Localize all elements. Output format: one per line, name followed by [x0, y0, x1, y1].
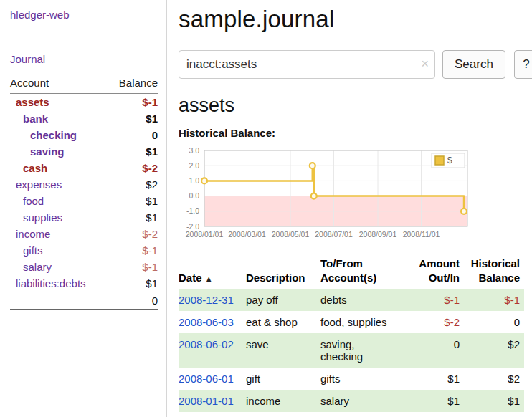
svg-text:-2.0: -2.0 — [186, 222, 199, 231]
register-description-cell: eat & shop — [246, 311, 320, 333]
register-description-cell: income — [246, 390, 320, 412]
account-row: salary$-1 — [10, 259, 158, 275]
register-balance-cell: $2 — [464, 333, 524, 368]
account-name-cell: bank — [10, 110, 108, 127]
register-header-balance: Historical Balance — [464, 257, 524, 289]
chart-title: Historical Balance: — [179, 127, 532, 139]
svg-text:0.0: 0.0 — [189, 191, 199, 200]
account-balance: $2 — [108, 176, 158, 193]
account-link[interactable]: cash — [23, 162, 47, 174]
account-balance: $1 — [108, 193, 158, 209]
register-header-accounts: To/From Account(s) — [320, 257, 405, 289]
account-link[interactable]: bank — [23, 112, 48, 125]
register-header-date[interactable]: Date ▲ — [179, 257, 246, 289]
account-balance: $1 — [108, 209, 158, 226]
chart-legend: $ — [432, 153, 465, 168]
register-date-cell: 2008-06-02 — [179, 333, 246, 368]
accounts-total-spacer — [10, 292, 108, 310]
account-balance: 0 — [108, 127, 158, 143]
accounts-header-balance: Balance — [108, 75, 158, 94]
search-input[interactable] — [179, 50, 435, 79]
app: hledger-web Journal Account Balance asse… — [0, 0, 532, 417]
account-link[interactable]: supplies — [23, 211, 62, 224]
help-button[interactable]: ? — [514, 50, 532, 79]
app-brand-link[interactable]: hledger-web — [10, 9, 70, 21]
search-field-wrap: × — [179, 50, 435, 79]
svg-text:2008/07/01: 2008/07/01 — [315, 230, 353, 239]
register-row: 2008-01-01incomesalary$1$1 — [179, 390, 524, 412]
account-balance: $-1 — [108, 94, 158, 111]
register-description-cell: gift — [246, 368, 320, 390]
account-name-cell: assets — [10, 94, 108, 111]
svg-text:2008/03/01: 2008/03/01 — [228, 230, 266, 239]
register-body: 2008-12-31pay offdebts$-1$-12008-06-03ea… — [179, 289, 524, 412]
register-amount-cell: $-1 — [405, 289, 464, 311]
register-header-date-label: Date — [179, 272, 202, 284]
account-row: cash$-2 — [10, 160, 158, 176]
clear-search-icon[interactable]: × — [421, 57, 429, 71]
main-content: sample.journal × Search ? assets Histori… — [167, 0, 532, 417]
account-name-cell: salary — [10, 259, 108, 275]
account-link[interactable]: expenses — [16, 178, 62, 191]
account-title: assets — [179, 95, 532, 117]
accounts-header-account: Account — [10, 75, 108, 94]
account-balance: $1 — [108, 110, 158, 127]
account-row: checking0 — [10, 127, 158, 143]
register-date-cell: 2008-12-31 — [179, 289, 246, 311]
transaction-date-link[interactable]: 2008-06-02 — [179, 338, 234, 350]
transaction-date-link[interactable]: 2008-01-01 — [179, 395, 234, 407]
account-balance: $1 — [108, 275, 158, 292]
account-name-cell: checking — [10, 127, 108, 143]
svg-text:3.0: 3.0 — [189, 146, 199, 155]
register-accounts-cell: debts — [320, 289, 405, 311]
account-balance: $-1 — [108, 242, 158, 259]
svg-text:1.0: 1.0 — [189, 176, 199, 185]
register-amount-cell: $1 — [405, 390, 464, 412]
accounts-total-balance: 0 — [108, 292, 158, 310]
register-balance-cell: 0 — [464, 311, 524, 333]
account-name-cell: liabilities:debts — [10, 275, 108, 292]
register-balance-cell: $-1 — [464, 289, 524, 311]
register-table: Date ▲ Description To/From Account(s) Am… — [179, 257, 524, 412]
account-balance: $-2 — [108, 160, 158, 176]
account-row: bank$1 — [10, 110, 158, 127]
account-link[interactable]: assets — [16, 96, 49, 108]
search-bar: × Search ? — [179, 50, 532, 79]
register-description-cell: save — [246, 333, 320, 368]
accounts-table: Account Balance assets$-1bank$1checking0… — [10, 75, 158, 310]
account-name-cell: food — [10, 193, 108, 209]
transaction-date-link[interactable]: 2008-06-03 — [179, 316, 234, 328]
sidebar: hledger-web Journal Account Balance asse… — [0, 0, 167, 417]
accounts-header-row: Account Balance — [10, 75, 158, 94]
account-balance: $-1 — [108, 259, 158, 275]
sort-asc-icon: ▲ — [205, 274, 213, 283]
account-link[interactable]: saving — [30, 145, 65, 158]
accounts-total-row: 0 — [10, 292, 158, 310]
sidebar-item-journal[interactable]: Journal — [10, 53, 158, 65]
svg-text:2008/11/01: 2008/11/01 — [403, 230, 440, 239]
register-accounts-cell: saving, checking — [320, 333, 405, 368]
account-link[interactable]: salary — [23, 261, 52, 273]
account-link[interactable]: income — [16, 228, 50, 240]
account-link[interactable]: liabilities:debts — [16, 277, 86, 289]
register-header-row: Date ▲ Description To/From Account(s) Am… — [179, 257, 524, 289]
transaction-date-link[interactable]: 2008-12-31 — [179, 294, 234, 306]
account-name-cell: income — [10, 226, 108, 242]
register-amount-cell: 0 — [405, 333, 464, 368]
search-button[interactable]: Search — [442, 50, 505, 79]
svg-text:2008/01/01: 2008/01/01 — [186, 230, 224, 239]
transaction-date-link[interactable]: 2008-06-01 — [179, 373, 234, 385]
account-link[interactable]: gifts — [23, 244, 43, 257]
account-link[interactable]: checking — [30, 129, 77, 141]
account-link[interactable]: food — [23, 195, 44, 207]
account-name-cell: supplies — [10, 209, 108, 226]
register-accounts-cell: food, supplies — [320, 311, 405, 333]
account-balance: $1 — [108, 143, 158, 160]
register-balance-cell: $2 — [464, 368, 524, 390]
register-accounts-cell: gifts — [320, 368, 405, 390]
svg-text:$: $ — [447, 155, 452, 166]
account-row: liabilities:debts$1 — [10, 275, 158, 292]
register-description-cell: pay off — [246, 289, 320, 311]
account-row: food$1 — [10, 193, 158, 209]
svg-text:2008/05/01: 2008/05/01 — [272, 230, 310, 239]
